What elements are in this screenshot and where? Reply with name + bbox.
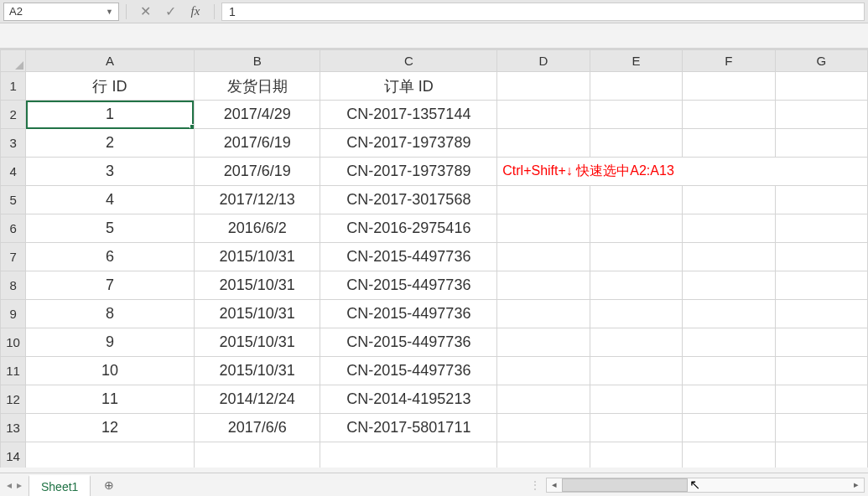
cell[interactable]: 2015/10/31 [194,271,320,300]
cell[interactable] [775,271,867,300]
cell[interactable] [775,186,867,214]
select-all-corner[interactable] [1,50,26,72]
cell[interactable]: 2017/4/29 [194,101,320,129]
cell[interactable] [775,442,867,468]
cell[interactable] [497,357,590,385]
cell[interactable] [497,328,590,357]
cell[interactable] [590,357,682,385]
cell[interactable]: 12 [26,414,195,442]
cell[interactable]: 发货日期 [194,72,320,101]
scroll-track[interactable] [562,478,849,492]
cell[interactable] [497,101,590,129]
row-header[interactable]: 4 [1,158,26,186]
cell[interactable]: 订单 ID [320,72,497,101]
cell[interactable] [775,300,867,328]
cell[interactable] [590,214,682,243]
row-header[interactable]: 1 [1,72,26,101]
worksheet-grid[interactable]: A B C D E F G 1 行 ID 发货日期 订单 ID [0,49,868,468]
cell[interactable] [775,129,867,158]
tab-split-handle-icon[interactable]: ⋮ [530,479,541,491]
cell[interactable]: 行 ID [26,72,195,101]
column-header-D[interactable]: D [497,50,590,72]
scroll-right-icon[interactable]: ▸ [849,479,864,490]
cell[interactable]: CN-2015-4497736 [320,300,497,328]
cell[interactable]: 4 [26,186,195,214]
row-header[interactable]: 6 [1,214,26,243]
cell[interactable] [683,300,775,328]
cell[interactable] [590,271,682,300]
cell[interactable] [775,101,867,129]
row-header[interactable]: 13 [1,414,26,442]
column-header-C[interactable]: C [320,50,497,72]
column-header-A[interactable]: A [26,50,195,72]
scroll-left-icon[interactable]: ◂ [547,479,562,490]
cell[interactable] [590,129,682,158]
row-header[interactable]: 9 [1,300,26,328]
cell[interactable] [590,300,682,328]
cell[interactable] [775,414,867,442]
tab-nav-last-icon[interactable]: ▸ [17,479,22,491]
cell[interactable]: 2015/10/31 [194,328,320,357]
insert-function-button[interactable]: fx [184,3,207,21]
cell[interactable]: CN-2017-1973789 [320,129,497,158]
cell[interactable] [590,186,682,214]
cell[interactable] [683,214,775,243]
cell[interactable] [26,442,195,468]
row-header[interactable]: 12 [1,385,26,414]
cell[interactable] [775,72,867,101]
cell[interactable] [590,385,682,414]
cell[interactable] [590,328,682,357]
annotation-text[interactable]: Ctrl+Shift+↓ 快速选中A2:A13 [497,158,868,186]
cell[interactable] [590,243,682,271]
cell[interactable]: 2017/6/19 [194,158,320,186]
cell[interactable]: 2017/12/13 [194,186,320,214]
cell[interactable] [683,385,775,414]
cell[interactable]: CN-2015-4497736 [320,243,497,271]
cancel-button[interactable]: ✕ [133,3,157,21]
row-header[interactable]: 7 [1,243,26,271]
cell[interactable] [683,72,775,101]
cell[interactable] [497,72,590,101]
cell[interactable]: 8 [26,300,195,328]
cell[interactable] [683,243,775,271]
cell-selected[interactable]: 1 [26,101,195,129]
cell[interactable]: 2015/10/31 [194,357,320,385]
add-sheet-button[interactable]: ⊕ [99,475,119,495]
row-header[interactable]: 14 [1,442,26,468]
row-header[interactable]: 2 [1,101,26,129]
cell[interactable]: CN-2015-4497736 [320,357,497,385]
cell[interactable] [775,328,867,357]
cell[interactable] [194,442,320,468]
cell[interactable]: CN-2017-1357144 [320,101,497,129]
cell[interactable]: 6 [26,243,195,271]
cell[interactable]: 2014/12/24 [194,385,320,414]
cell[interactable] [497,300,590,328]
name-box[interactable]: A2 ▼ [3,3,119,21]
cell[interactable] [497,385,590,414]
cell[interactable] [683,414,775,442]
cell[interactable]: 2015/10/31 [194,300,320,328]
cell[interactable] [775,357,867,385]
cell[interactable]: CN-2015-4497736 [320,328,497,357]
sheet-tab-active[interactable]: Sheet1 [29,475,91,497]
row-header[interactable]: 5 [1,186,26,214]
row-header[interactable]: 11 [1,357,26,385]
cell[interactable] [683,186,775,214]
cell[interactable] [590,101,682,129]
cell[interactable] [683,328,775,357]
row-header[interactable]: 8 [1,271,26,300]
column-header-B[interactable]: B [194,50,320,72]
cell[interactable] [683,357,775,385]
cell[interactable] [497,414,590,442]
cell[interactable] [590,72,682,101]
cell[interactable]: 11 [26,385,195,414]
cell[interactable]: CN-2017-5801711 [320,414,497,442]
horizontal-scrollbar[interactable]: ◂ ▸ [546,478,865,493]
tab-nav-first-icon[interactable]: ◂ [7,479,12,491]
cell[interactable] [775,243,867,271]
cell[interactable]: CN-2016-2975416 [320,214,497,243]
cell[interactable] [775,214,867,243]
cell[interactable] [497,214,590,243]
cell[interactable]: 3 [26,158,195,186]
cell[interactable] [497,442,590,468]
